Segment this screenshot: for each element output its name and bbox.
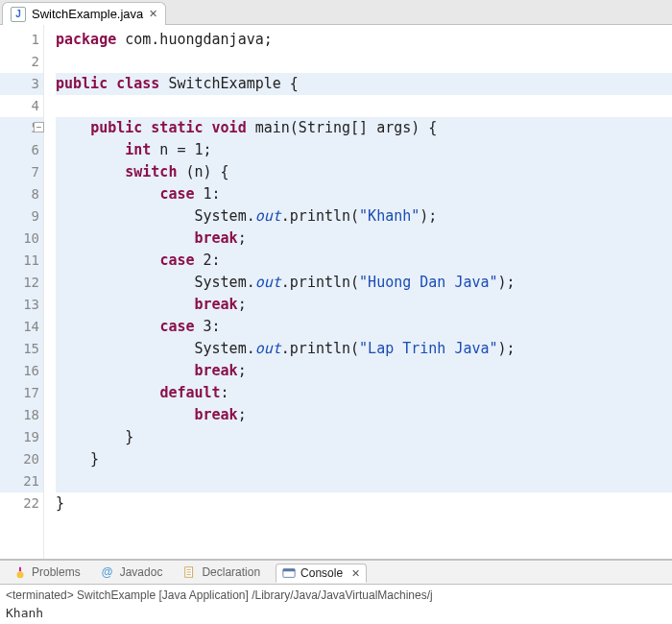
code-line[interactable]: public class SwitchExample { — [56, 73, 672, 95]
line-number: 21 — [0, 470, 43, 492]
code-content[interactable]: package com.huongdanjava;public class Sw… — [44, 25, 672, 559]
line-number: 8 — [0, 183, 43, 205]
close-icon[interactable]: ✕ — [149, 8, 157, 20]
svg-rect-4 — [283, 569, 295, 572]
line-number: 2 — [0, 51, 43, 73]
line-number: 1 — [0, 29, 43, 51]
svg-point-0 — [17, 571, 24, 578]
tab-console[interactable]: Console ✕ — [276, 564, 367, 583]
line-number: 13 — [0, 294, 43, 316]
code-line[interactable]: package com.huongdanjava; — [56, 29, 672, 51]
code-line[interactable]: int n = 1; — [56, 139, 672, 161]
code-line[interactable]: break; — [56, 294, 672, 316]
line-number: 5− — [0, 117, 43, 139]
line-number: 16 — [0, 360, 43, 382]
line-number: 11 — [0, 250, 43, 272]
tab-label: Javadoc — [120, 565, 163, 579]
code-line[interactable]: case 1: — [56, 183, 672, 205]
line-number: 4 — [0, 95, 43, 117]
line-number: 17 — [0, 382, 43, 404]
line-number: 9 — [0, 205, 43, 228]
code-line[interactable]: break; — [56, 360, 672, 382]
line-number: 6 — [0, 139, 43, 161]
tab-declaration[interactable]: Declaration — [178, 564, 266, 581]
line-number: 14 — [0, 316, 43, 338]
problems-icon — [13, 565, 27, 579]
console-status-terminated: <terminated> — [6, 588, 74, 602]
code-line[interactable]: } — [56, 448, 672, 470]
code-line[interactable] — [56, 95, 672, 117]
tab-problems[interactable]: Problems — [8, 564, 86, 581]
tab-javadoc[interactable]: @ Javadoc — [96, 564, 169, 581]
console-panel: <terminated> SwitchExample [Java Applica… — [0, 585, 672, 624]
declaration-icon — [183, 565, 197, 579]
java-file-icon: J — [11, 7, 26, 22]
tab-label: Declaration — [202, 565, 260, 579]
line-number: 22 — [0, 492, 43, 515]
close-icon[interactable]: ✕ — [351, 567, 360, 580]
line-number-gutter: 12345−678910111213141516171819202122 — [0, 25, 44, 559]
code-line[interactable] — [56, 51, 672, 73]
editor-tab-filename: SwitchExample.java — [32, 7, 143, 21]
editor-area: 12345−678910111213141516171819202122 pac… — [0, 25, 672, 560]
code-line[interactable]: case 3: — [56, 316, 672, 338]
code-line[interactable]: switch (n) { — [56, 161, 672, 183]
code-line[interactable]: System.out.println("Lap Trinh Java"); — [56, 338, 672, 360]
javadoc-icon: @ — [102, 565, 115, 579]
tab-label: Console — [300, 566, 343, 580]
code-line[interactable]: System.out.println("Huong Dan Java"); — [56, 272, 672, 294]
code-line[interactable]: case 2: — [56, 250, 672, 272]
svg-rect-1 — [19, 567, 21, 571]
editor-tab-bar: J SwitchExample.java ✕ — [0, 0, 672, 25]
console-output: Khanh — [6, 606, 666, 620]
code-line[interactable] — [56, 470, 672, 492]
code-line[interactable]: default: — [56, 382, 672, 404]
code-line[interactable]: System.out.println("Khanh"); — [56, 205, 672, 228]
code-line[interactable]: public static void main(String[] args) { — [56, 117, 672, 139]
code-line[interactable]: } — [56, 426, 672, 448]
line-number: 18 — [0, 404, 43, 426]
fold-toggle-icon[interactable]: − — [34, 122, 44, 132]
line-number: 12 — [0, 272, 43, 294]
console-status: <terminated> SwitchExample [Java Applica… — [6, 588, 666, 602]
code-line[interactable]: break; — [56, 404, 672, 426]
line-number: 7 — [0, 161, 43, 183]
console-icon — [282, 566, 296, 580]
line-number: 3 — [0, 73, 43, 95]
code-line[interactable]: } — [56, 492, 672, 515]
line-number: 19 — [0, 426, 43, 448]
editor-tab[interactable]: J SwitchExample.java ✕ — [2, 2, 166, 25]
code-line[interactable]: break; — [56, 228, 672, 250]
bottom-tab-bar: Problems @ Javadoc Declaration Console ✕ — [0, 560, 672, 585]
tab-label: Problems — [32, 565, 81, 579]
console-status-text: SwitchExample [Java Application] /Librar… — [74, 588, 433, 602]
line-number: 20 — [0, 448, 43, 470]
line-number: 15 — [0, 338, 43, 360]
line-number: 10 — [0, 228, 43, 250]
